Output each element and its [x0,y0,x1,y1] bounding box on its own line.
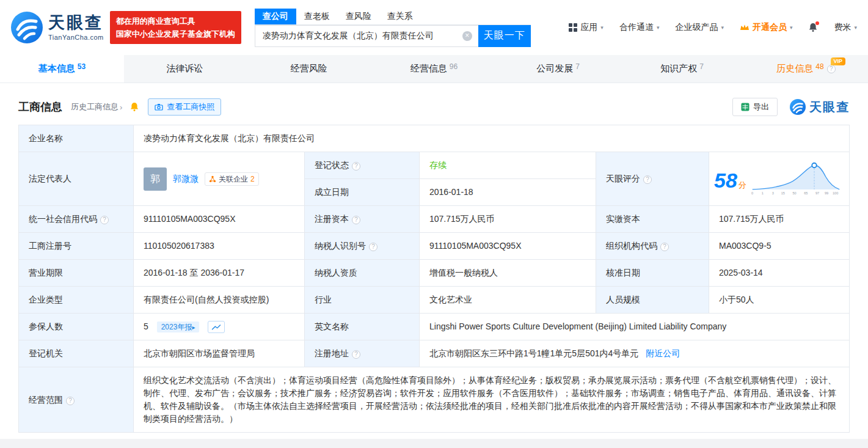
company-tab-bar: 基本信息53 法律诉讼 经营风险 经营信息96 公司发展7 知识产权7 历史信息… [0,55,868,83]
paid-capital-value: 107.715万人民币 [709,206,850,233]
nav-partner[interactable]: 合作通道 ▾ [619,22,660,33]
nav-apps[interactable]: 应用 ▾ [569,22,604,33]
business-term-label: 营业期限 [19,260,134,287]
view-snapshot-button[interactable]: 查看工商快照 [148,98,221,116]
tab-label: 法律诉讼 [167,63,203,75]
reg-status-value: 存续 [420,152,596,179]
watermark-label: 天眼查 [809,99,850,116]
tab-label: 基本信息 [38,63,75,75]
tab-label: 公司发展 [536,63,573,75]
promo-banner: 都在用的商业查询工具 国家中小企业发展子基金旗下机构 [110,11,241,45]
crown-icon [740,24,749,31]
chevron-right-icon: › [120,103,122,112]
search-tab-boss[interactable]: 查老板 [296,9,338,24]
insured-trend-chart-icon[interactable] [208,321,225,333]
help-icon[interactable]: ? [827,65,836,73]
help-icon[interactable]: ? [100,216,109,224]
annual-report-badge[interactable]: 2023年报▸ [157,321,200,332]
tab-label: 历史信息 [776,63,813,75]
svg-text:50: 50 [792,191,796,195]
search-tabs: 查公司 查老板 查风险 查关系 [255,9,531,25]
score-cell: 58 分 0 1 3 15 50 65 97 [709,152,850,206]
promo-line1: 都在用的商业查询工具 [116,15,235,28]
tab-intellectual-property[interactable]: 知识产权7 [620,55,744,83]
table-row: 企业类型 有限责任公司(自然人投资或控股) 行业 文化艺术业 人员规模 小于50… [19,287,850,314]
legal-rep-avatar[interactable]: 郭 [144,167,167,191]
tianyancha-watermark: 天眼查 [790,99,850,116]
chevron-down-icon: ▾ [657,24,660,31]
svg-text:15: 15 [781,191,784,195]
chevron-down-icon: ▾ [721,24,724,31]
table-row: 企业名称 凌势动力体育文化发展（北京）有限责任公司 [19,125,850,152]
svg-text:0: 0 [751,191,753,195]
vip-badge: VIP [831,57,846,65]
search-input[interactable] [255,25,478,47]
history-link-label: 历史工商信息 [71,101,119,112]
reg-number-value: 110105020617383 [134,233,305,260]
help-icon[interactable]: ? [369,243,377,251]
help-icon[interactable]: ? [643,175,652,184]
search-box: × 天眼一下 [255,25,531,47]
tab-basic-info[interactable]: 基本信息53 [0,55,124,83]
notifications-bell[interactable] [808,23,818,32]
taxpayer-id-value: 91110105MA003CQ95X [420,233,596,260]
help-icon[interactable]: ? [352,216,360,224]
tab-company-development[interactable]: 公司发展7 [496,55,620,83]
establish-date-label: 成立日期 [305,179,420,206]
legal-rep-cell: 郭 郭溦溦 关联企业 2 [134,152,305,206]
monitor-bell-icon[interactable] [129,102,139,112]
tab-history-info[interactable]: 历史信息 48 ? VIP [744,55,868,83]
score-value: 58 [714,170,737,191]
main-content: 工商信息 历史工商信息 › 查看工商快照 导出 天眼查 企业名称 凌势动 [0,83,868,439]
help-icon[interactable]: ? [660,243,669,251]
company-name-value: 凌势动力体育文化发展（北京）有限责任公司 [134,125,850,152]
clear-icon[interactable]: × [462,31,472,41]
table-row: 参保人数 5 2023年报▸ 英文名称 Lingshi Power Sports… [19,314,850,340]
nearby-companies-link[interactable]: 附近公司 [646,348,680,358]
org-code-value: MA003CQ9-5 [709,233,850,260]
credit-code-value: 91110105MA003CQ95X [134,206,305,233]
search-tab-risk[interactable]: 查风险 [338,9,379,24]
tab-label: 知识产权 [660,63,697,75]
company-type-value: 有限责任公司(自然人投资或控股) [134,287,305,314]
help-icon[interactable]: ? [352,162,360,171]
logo-domain: TianYanCha.com [48,34,104,41]
help-icon[interactable]: ? [66,397,75,405]
tab-operating-risk[interactable]: 经营风险 [248,55,372,83]
nav-user-menu[interactable]: 费米 ▾ [834,22,857,33]
score-label: 天眼评分? [596,152,709,206]
insured-count-value: 5 [144,321,148,331]
chevron-down-icon: ▾ [790,24,793,31]
svg-text:99: 99 [825,191,828,195]
svg-text:100: 100 [833,191,838,195]
related-companies-badge[interactable]: 关联企业 2 [205,172,259,186]
search-button[interactable]: 天眼一下 [478,25,531,47]
tab-business-info[interactable]: 经营信息96 [372,55,496,83]
table-row: 经营范围? 组织文化艺术交流活动（不含演出）；体育运动项目经营（高危险性体育项目… [19,367,850,433]
top-header: 天眼查 TianYanCha.com 都在用的商业查询工具 国家中小企业发展子基… [0,0,868,55]
tab-label: 经营风险 [291,63,327,75]
history-business-info-link[interactable]: 历史工商信息 › [71,101,122,112]
nav-partner-label: 合作通道 [619,22,654,33]
insured-count-label: 参保人数 [19,314,134,340]
tianyancha-logo[interactable]: 天眼查 TianYanCha.com [11,12,104,43]
legal-rep-name-link[interactable]: 郭溦溦 [173,172,199,185]
nav-enterprise-products[interactable]: 企业级产品 ▾ [675,22,724,33]
tab-count: 7 [575,62,580,71]
nav-enterprise-label: 企业级产品 [675,22,718,33]
search-tab-relation[interactable]: 查关系 [379,9,421,24]
reg-address-cell: 北京市朝阳区东三环中路1号1幢1单元5层501内4号单元 附近公司 [420,340,850,367]
export-button[interactable]: 导出 [732,98,778,116]
legal-rep-label: 法定代表人 [19,152,134,206]
search-tab-company[interactable]: 查公司 [255,9,296,24]
related-companies-count: 2 [250,174,255,185]
english-name-label: 英文名称 [305,314,420,340]
tab-legal-proceedings[interactable]: 法律诉讼 [124,55,248,83]
nav-open-vip[interactable]: 开通会员 ▾ [740,22,793,33]
related-companies-icon [209,175,216,183]
apps-grid-icon [569,23,577,32]
help-icon[interactable]: ? [352,350,360,359]
business-info-table: 企业名称 凌势动力体育文化发展（北京）有限责任公司 法定代表人 郭 郭溦溦 关联… [18,125,850,433]
reg-address-value: 北京市朝阳区东三环中路1号1幢1单元5层501内4号单元 [429,348,638,358]
tab-label: 经营信息 [410,63,447,75]
